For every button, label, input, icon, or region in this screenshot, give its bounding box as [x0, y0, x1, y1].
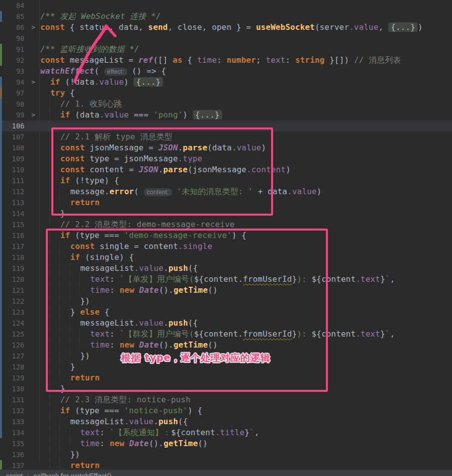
line-number[interactable]: 106	[2, 120, 24, 131]
line-number[interactable]: 129	[2, 372, 24, 383]
line-number[interactable]: 97	[2, 88, 24, 99]
line-number[interactable]: 98	[2, 99, 24, 110]
code-content[interactable]: if (single) {	[39, 252, 452, 263]
folded-code-placeholder[interactable]: {...}	[388, 22, 418, 32]
line-number[interactable]: 120	[2, 274, 24, 285]
code-token: { status, data,	[65, 22, 148, 32]
code-content[interactable]: watchEffect( effect: () => {	[39, 66, 452, 77]
code-content[interactable]: const messageList = ref([] as { time: nu…	[39, 55, 452, 66]
line-number[interactable]: 115	[2, 219, 24, 230]
code-content[interactable]: return	[39, 197, 452, 208]
fold-column	[24, 351, 39, 361]
line-number[interactable]: 130	[2, 383, 24, 394]
code-content[interactable]: // 2.2 消息类型: demo-message-receive	[39, 219, 452, 230]
line-number[interactable]: 119	[2, 263, 24, 274]
line-number[interactable]: 94	[2, 77, 24, 88]
line-number[interactable]: 99	[2, 110, 24, 120]
line-number[interactable]: 136	[2, 449, 24, 460]
line-number[interactable]: 108	[2, 142, 24, 153]
code-content[interactable]: }	[39, 383, 452, 394]
line-number[interactable]: 121	[2, 285, 24, 296]
line-number[interactable]: 132	[2, 405, 24, 416]
line-number[interactable]: 123	[2, 307, 24, 318]
line-number[interactable]: 118	[2, 252, 24, 263]
folded-code-placeholder[interactable]: {...}	[193, 110, 222, 119]
line-number[interactable]: 113	[2, 197, 24, 208]
code-content[interactable]: const jsonMessage = JSON.parse(data.valu…	[39, 142, 452, 153]
code-token: /** 发起 WebSocket 连接 */	[40, 11, 161, 21]
breadcrumb-item-script[interactable]: script	[6, 472, 22, 476]
line-number[interactable]: 84	[2, 0, 24, 11]
line-number[interactable]: 107	[2, 131, 24, 142]
code-content[interactable]: })	[39, 449, 452, 460]
code-content[interactable]: /** 监听接收到的数据 */	[39, 44, 452, 55]
code-content[interactable]: time: new Date().getTime()	[39, 438, 452, 449]
code-content[interactable]: // 1. 收到心跳	[39, 99, 452, 110]
code-content[interactable]	[39, 120, 452, 131]
code-content[interactable]	[39, 0, 452, 11]
code-content[interactable]: text: `【群发】用户编号(${content.fromUserId}): …	[39, 329, 452, 340]
code-content[interactable]: messageList.value.push({	[39, 318, 452, 329]
line-number[interactable]: 91	[2, 44, 24, 55]
line-number[interactable]: 111	[2, 175, 24, 186]
line-number[interactable]: 114	[2, 208, 24, 219]
line-number[interactable]: 86	[2, 22, 24, 33]
line-number[interactable]: 133	[2, 416, 24, 427]
code-content[interactable]: const { status, data, send, close, open …	[39, 22, 452, 33]
line-number[interactable]: 135	[2, 438, 24, 449]
line-number[interactable]: 125	[2, 329, 24, 340]
code-content[interactable]: const single = content.single	[39, 241, 452, 252]
code-content[interactable]: /** 发起 WebSocket 连接 */	[39, 11, 452, 22]
code-line: 111if (!type) {	[0, 175, 452, 186]
code-content[interactable]: }	[39, 361, 452, 372]
line-number[interactable]: 92	[2, 55, 24, 66]
code-content[interactable]: if (!data.value) {...}	[39, 77, 452, 88]
line-number[interactable]: 127	[2, 351, 24, 361]
line-number[interactable]: 110	[2, 164, 24, 175]
code-content[interactable]: // 2.3 消息类型: notice-push	[39, 394, 452, 405]
code-content[interactable]: })	[39, 296, 452, 307]
code-content[interactable]: messageList.value.push({	[39, 416, 452, 427]
line-number[interactable]: 117	[2, 241, 24, 252]
fold-collapsed-chevron-icon[interactable]: >	[24, 22, 39, 33]
code-content[interactable]: if (data.value === 'pong') {...}	[39, 110, 452, 120]
line-number[interactable]: 126	[2, 340, 24, 351]
code-content[interactable]: if (type === 'notice-push') {	[39, 405, 452, 416]
code-content[interactable]: time: new Date().getTime()	[39, 340, 452, 351]
line-number[interactable]: 85	[2, 11, 24, 22]
line-number[interactable]: 109	[2, 153, 24, 164]
code-content[interactable]: text: `【系统通知】：${content.title}`,	[39, 427, 452, 438]
code-content[interactable]: if (type === 'demo-message-receive') {	[39, 230, 452, 241]
code-content[interactable]: return	[39, 372, 452, 383]
code-line: 130}	[0, 383, 452, 394]
code-content[interactable]: time: new Date().getTime()	[39, 285, 452, 296]
code-content[interactable]: if (!type) {	[39, 175, 452, 186]
code-content[interactable]: const type = jsonMessage.type	[39, 153, 452, 164]
fold-collapsed-chevron-icon[interactable]: >	[24, 110, 39, 120]
line-number[interactable]: 93	[2, 66, 24, 77]
code-content[interactable]: // 2.1 解析 type 消息类型	[39, 131, 452, 142]
code-content[interactable]: const content = JSON.parse(jsonMessage.c…	[39, 164, 452, 175]
line-number[interactable]: 122	[2, 296, 24, 307]
code-content[interactable]: } else {	[39, 307, 452, 318]
code-line: 109const type = jsonMessage.type	[0, 153, 452, 164]
line-number[interactable]: 116	[2, 230, 24, 241]
code-content[interactable]: messageList.value.push({	[39, 263, 452, 274]
line-number[interactable]: 112	[2, 186, 24, 197]
line-number[interactable]: 131	[2, 394, 24, 405]
code-content[interactable]: })	[39, 351, 452, 361]
code-token: , close, open } =	[168, 22, 256, 32]
code-token: (!type) {	[70, 176, 119, 185]
line-number[interactable]: 134	[2, 427, 24, 438]
code-content[interactable]: text: `【单发】用户编号(${content.fromUserId}): …	[39, 274, 452, 285]
line-number[interactable]: 124	[2, 318, 24, 329]
code-content[interactable]	[39, 33, 452, 44]
line-number[interactable]: 90	[2, 33, 24, 44]
code-content[interactable]: }	[39, 208, 452, 219]
line-number[interactable]: 128	[2, 361, 24, 372]
folded-code-placeholder[interactable]: {...}	[134, 77, 163, 87]
breadcrumb-item-callback[interactable]: callback for watchEffect()	[33, 472, 111, 476]
code-content[interactable]: try {	[39, 88, 452, 99]
code-content[interactable]: message.error( content: '未知的消息类型: ' + da…	[39, 186, 452, 197]
fold-collapsed-chevron-icon[interactable]: >	[24, 77, 39, 88]
